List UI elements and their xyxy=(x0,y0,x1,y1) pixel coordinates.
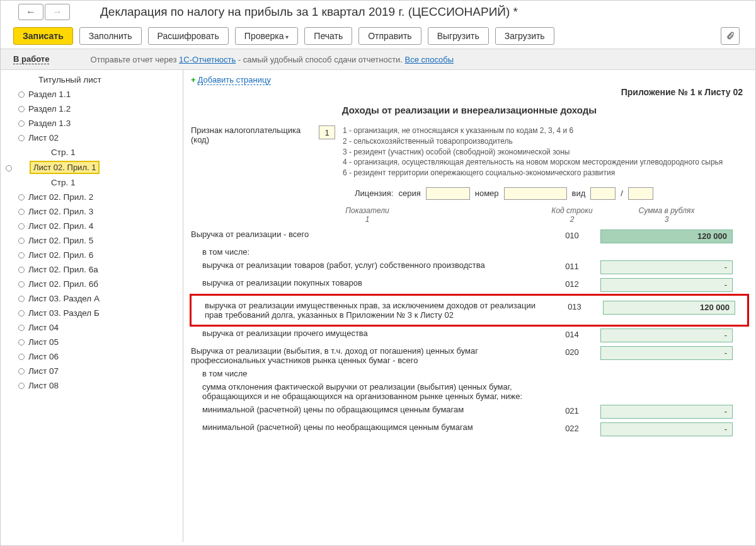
nav-back-button[interactable]: ← xyxy=(18,4,43,20)
sum-input[interactable] xyxy=(600,278,733,292)
row-code: 021 xyxy=(544,405,600,415)
tree-item-sheet-03-a[interactable]: Лист 03. Раздел А xyxy=(1,291,183,306)
write-button[interactable]: Записать xyxy=(13,27,73,45)
tree-item-sheet-02-app-2[interactable]: Лист 02. Прил. 2 xyxy=(1,190,183,204)
data-row: в том числе: xyxy=(191,245,748,258)
download-button[interactable]: Загрузить xyxy=(495,27,554,45)
add-page-link[interactable]: Добавить страницу xyxy=(198,75,271,85)
row-indicator: выручка от реализации имущественных прав… xyxy=(193,301,546,320)
tree-item-sheet-03-b[interactable]: Лист 03. Раздел Б xyxy=(1,306,183,320)
data-row: Выручка от реализации (выбытия, в т.ч. д… xyxy=(191,344,748,367)
row-indicator: Выручка от реализации - всего xyxy=(191,229,544,239)
data-row: выручка от реализации прочего имущества0… xyxy=(191,327,748,344)
tree-item-title-page[interactable]: Титульный лист xyxy=(1,73,183,87)
tree-item-sheet-02-app-3[interactable]: Лист 02. Прил. 3 xyxy=(1,204,183,219)
fill-button[interactable]: Заполнить xyxy=(79,27,142,45)
row-indicator: сумма отклонения фактической выручки от … xyxy=(191,382,544,401)
license-type-input-1[interactable] xyxy=(590,187,616,200)
tree-item-sheet-07[interactable]: Лист 07 xyxy=(1,364,183,378)
sum-input[interactable]: 120 000 xyxy=(603,301,735,315)
license-label: Лицензия: xyxy=(355,189,393,198)
decrypt-button[interactable]: Расшифровать xyxy=(148,27,229,45)
status-text: Отправьте отчет через 1С-Отчетность - са… xyxy=(90,55,454,64)
reporting-link[interactable]: 1С-Отчетность xyxy=(179,55,236,64)
nav-forward-button[interactable]: → xyxy=(45,4,70,20)
series-label: серия xyxy=(398,189,420,198)
tree-item-sheet-08[interactable]: Лист 08 xyxy=(1,378,183,393)
row-code: 011 xyxy=(544,260,600,271)
sum-input[interactable] xyxy=(600,328,733,342)
plus-icon: + xyxy=(191,75,196,84)
data-row: выручка от реализации имущественных прав… xyxy=(193,299,745,322)
row-code: 012 xyxy=(544,278,600,289)
tree-item-sheet-06[interactable]: Лист 06 xyxy=(1,349,183,364)
tree-item-sheet-02[interactable]: Лист 02 xyxy=(1,131,183,145)
tree-item-sheet-02-app-6b[interactable]: Лист 02. Прил. 6б xyxy=(1,277,183,291)
check-button[interactable]: Проверка xyxy=(235,27,299,45)
row-code xyxy=(544,247,600,248)
tree-item-sheet-02-app-5[interactable]: Лист 02. Прил. 5 xyxy=(1,233,183,248)
sum-input[interactable] xyxy=(600,422,733,436)
row-code xyxy=(544,369,600,370)
tree-item-sheet-02-app-6a[interactable]: Лист 02. Прил. 6а xyxy=(1,262,183,277)
data-row: выручка от реализации товаров (работ, ус… xyxy=(191,258,748,276)
row-indicator: выручка от реализации покупных товаров xyxy=(191,278,544,288)
row-indicator: минимальной (расчетной) цены по необраща… xyxy=(191,422,544,432)
attach-button[interactable] xyxy=(721,27,740,45)
main-content: +Добавить страницу Приложение № 1 к Лист… xyxy=(183,70,755,542)
data-row: в том числе xyxy=(191,367,748,380)
row-code: 014 xyxy=(544,328,600,339)
data-row: выручка от реализации покупных товаров01… xyxy=(191,276,748,294)
data-row: сумма отклонения фактической выручки от … xyxy=(191,380,748,403)
row-indicator: в том числе: xyxy=(191,247,544,257)
page-title: Декларация по налогу на прибыль за 1 ква… xyxy=(100,5,518,19)
tree-item-section-1-3[interactable]: Раздел 1.3 xyxy=(1,116,183,131)
row-code: 022 xyxy=(544,422,600,433)
tree-item-sheet-05[interactable]: Лист 05 xyxy=(1,335,183,349)
taxpayer-label: Признак налогоплательщика (код) xyxy=(191,125,314,144)
tree-item-sheet-02-app-6[interactable]: Лист 02. Прил. 6 xyxy=(1,248,183,262)
row-indicator: выручка от реализации товаров (работ, ус… xyxy=(191,260,544,270)
data-row: минимальной (расчетной) цены по необраща… xyxy=(191,421,748,438)
license-type-input-2[interactable] xyxy=(628,187,653,200)
row-code: 010 xyxy=(544,229,600,240)
code-descriptions: 1 - организация, не относящаяся к указан… xyxy=(343,125,723,178)
type-label: вид xyxy=(572,189,586,198)
sum-input[interactable]: 120 000 xyxy=(600,229,733,243)
data-row: Выручка от реализации - всего010120 000 xyxy=(191,228,748,245)
tree-item-sheet-02-app-4[interactable]: Лист 02. Прил. 4 xyxy=(1,219,183,233)
print-button[interactable]: Печать xyxy=(304,27,352,45)
data-row: минимальной (расчетной) цены по обращающ… xyxy=(191,403,748,421)
status-label[interactable]: В работе xyxy=(13,54,49,64)
row-code: 020 xyxy=(544,346,600,357)
tree-item-section-1-2[interactable]: Раздел 1.2 xyxy=(1,102,183,116)
tree-item-section-1-1[interactable]: Раздел 1.1 xyxy=(1,87,183,102)
license-number-input[interactable] xyxy=(504,187,567,200)
row-indicator: Выручка от реализации (выбытия, в т.ч. д… xyxy=(191,346,544,365)
row-indicator: в том числе xyxy=(191,369,544,378)
tree-item-page-1b[interactable]: Стр. 1 xyxy=(1,175,183,190)
all-methods-link[interactable]: Все способы xyxy=(405,55,454,64)
sum-input[interactable] xyxy=(600,405,733,419)
paperclip-icon xyxy=(726,32,735,40)
tree-item-sheet-02-app-1[interactable]: Лист 02. Прил. 1 xyxy=(30,161,100,174)
row-indicator: выручка от реализации прочего имущества xyxy=(191,328,544,338)
send-button[interactable]: Отправить xyxy=(358,27,421,45)
license-series-input[interactable] xyxy=(426,187,470,200)
row-code: 013 xyxy=(546,301,603,311)
sidebar: Титульный лист Раздел 1.1 Раздел 1.2 Раз… xyxy=(1,70,183,542)
row-indicator: минимальной (расчетной) цены по обращающ… xyxy=(191,405,544,414)
taxpayer-code-input[interactable]: 1 xyxy=(319,125,335,139)
tree-item-page-1a[interactable]: Стр. 1 xyxy=(1,145,183,160)
upload-button[interactable]: Выгрузить xyxy=(428,27,489,45)
section-title: Доходы от реализации и внереализационные… xyxy=(191,105,748,115)
tree-item-sheet-04[interactable]: Лист 04 xyxy=(1,320,183,335)
sum-input[interactable] xyxy=(600,346,733,360)
appendix-title: Приложение № 1 к Листу 02 xyxy=(191,87,743,97)
row-code xyxy=(544,382,600,383)
sum-input[interactable] xyxy=(600,260,733,274)
number-label: номер xyxy=(475,189,499,198)
